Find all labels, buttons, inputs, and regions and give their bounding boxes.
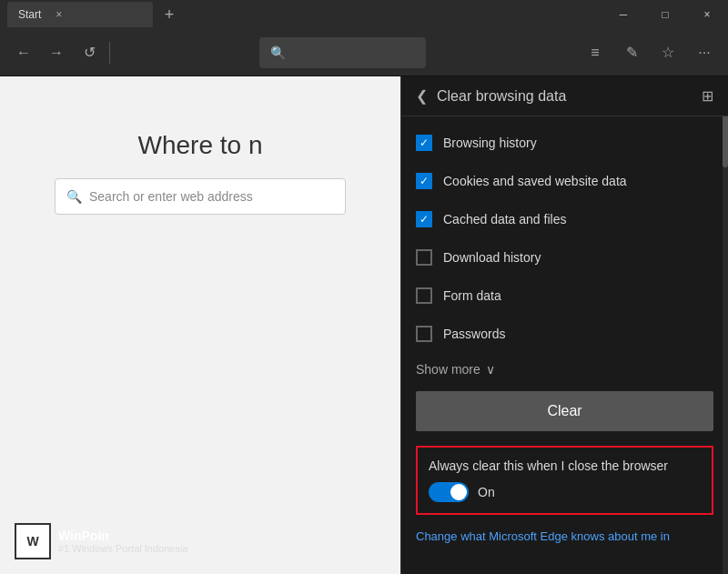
toggle-knob [450,484,467,500]
checkbox-download-history-box[interactable] [416,249,432,266]
back-button[interactable]: ← [7,36,40,69]
checkbox-passwords-label: Passwords [443,327,505,341]
always-clear-section: Always clear this when I close the brows… [416,446,713,515]
always-clear-toggle[interactable] [429,482,469,502]
new-tab-button[interactable]: + [157,2,182,27]
favorites-button[interactable]: ☆ [652,36,684,69]
titlebar: Start × + ─ □ × [0,0,728,29]
show-more-label: Show more [416,362,480,377]
panel-content: Browsing history Cookies and saved websi… [401,116,728,574]
clear-button[interactable]: Clear [416,391,713,431]
search-icon: 🔍 [66,189,82,204]
panel-back-button[interactable]: ❮ [416,87,428,105]
brand-name: WinPoin [58,529,187,543]
always-clear-text: Always clear this when I close the brows… [429,458,701,473]
checkbox-cached-box[interactable] [416,211,432,227]
refresh-button[interactable]: ↺ [73,36,106,69]
checkbox-download-history-label: Download history [443,250,541,265]
toggle-row: On [429,482,701,502]
tab-title: Start [18,8,41,21]
navbar: ← → ↺ 🔍 ≡ ✎ ☆ ··· [0,29,728,76]
annotate-button[interactable]: ✎ [615,36,648,69]
checkbox-form-data-label: Form data [443,288,501,303]
logo-box: W [15,523,51,559]
search-icon: 🔍 [270,45,286,60]
side-panel: ❮ Clear browsing data ⊞ Browsing history… [400,76,728,574]
scroll-indicator [723,76,728,574]
checkbox-passwords[interactable]: Passwords [416,315,713,353]
panel-title: Clear browsing data [437,88,693,105]
checkbox-passwords-box[interactable] [416,326,432,342]
more-button[interactable]: ··· [688,36,721,69]
maximize-button[interactable]: □ [644,0,686,29]
show-more-row[interactable]: Show more ∨ [416,353,713,391]
checkbox-cookies-label: Cookies and saved website data [443,174,627,188]
winpoin-logo: W WinPoin #1 Windows Portal Indonesia [15,523,187,559]
tab-close-button[interactable]: × [56,8,62,21]
checkbox-browsing-history-box[interactable] [416,135,432,151]
search-bar[interactable]: 🔍 Search or enter web address [55,178,346,215]
checkbox-cached-label: Cached data and files [443,212,566,227]
checkbox-browsing-history-label: Browsing history [443,136,537,150]
close-button[interactable]: × [686,0,728,29]
page-title: Where to n [138,131,263,160]
checkbox-download-history[interactable]: Download history [416,238,713,277]
logo-letter: W [26,534,38,549]
brand-tagline: #1 Windows Portal Indonesia [58,543,187,554]
minimize-button[interactable]: ─ [602,0,644,29]
forward-button[interactable]: → [40,36,73,69]
panel-pin-button[interactable]: ⊞ [702,87,713,105]
search-placeholder: Search or enter web address [89,189,253,204]
toolbar-right: ≡ ✎ ☆ ··· [579,36,721,69]
toggle-on-label: On [478,485,495,499]
content-area: Where to n 🔍 Search or enter web address… [0,76,728,574]
logo-text: WinPoin #1 Windows Portal Indonesia [58,529,187,554]
chevron-down-icon: ∨ [486,362,495,377]
checkbox-cookies-box[interactable] [416,173,432,189]
titlebar-controls: ─ □ × [602,0,728,29]
checkbox-form-data-box[interactable] [416,287,432,304]
nav-divider [109,42,110,64]
checkbox-form-data[interactable]: Form data [416,277,713,315]
checkbox-cookies[interactable]: Cookies and saved website data [416,162,713,200]
checkbox-cached[interactable]: Cached data and files [416,200,713,238]
panel-header: ❮ Clear browsing data ⊞ [401,76,728,116]
change-link[interactable]: Change what Microsoft Edge knows about m… [416,529,713,554]
address-bar[interactable]: 🔍 [259,37,427,68]
checkbox-browsing-history[interactable]: Browsing history [416,124,713,162]
hub-button[interactable]: ≡ [579,36,612,69]
browser-page: Where to n 🔍 Search or enter web address… [0,76,400,574]
browser-tab[interactable]: Start × [7,2,153,27]
